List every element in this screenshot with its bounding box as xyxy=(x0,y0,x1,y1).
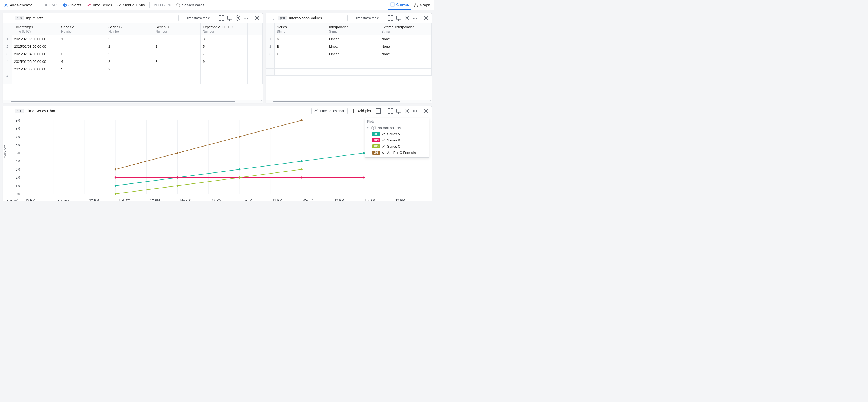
svg-point-20 xyxy=(416,110,417,111)
transform-table-button[interactable]: Transform table xyxy=(347,15,381,21)
table-row[interactable]: 22025/02/03 00:00:00215 xyxy=(3,43,262,51)
table-row[interactable]: 42025/02/05 00:00:004239 xyxy=(3,58,262,65)
expand-icon[interactable] xyxy=(218,15,225,21)
table-row xyxy=(3,80,262,84)
present-icon[interactable] xyxy=(396,108,402,114)
more-icon[interactable] xyxy=(412,15,418,21)
column-header[interactable]: TimestampsTime (UTC) xyxy=(12,24,59,35)
table-row-add[interactable]: + xyxy=(3,73,262,80)
var-chip[interactable]: $DH xyxy=(15,109,24,113)
svg-text:5.0: 5.0 xyxy=(16,151,20,155)
more-icon[interactable] xyxy=(412,108,418,114)
cube-outline-icon xyxy=(371,126,376,130)
chart-body: ◂ unknown 0.01.02.03.04.05.06.07.08.09.0… xyxy=(3,116,432,197)
column-header[interactable]: Series BNumber xyxy=(106,24,153,35)
svg-text:4.0: 4.0 xyxy=(16,159,20,163)
drag-handle-icon[interactable]: ⋮⋮ xyxy=(5,16,13,20)
gear-icon[interactable] xyxy=(235,15,241,21)
gear-icon[interactable] xyxy=(404,108,410,114)
resize-grip-icon[interactable] xyxy=(428,100,431,102)
svg-point-56 xyxy=(115,193,117,195)
line-chart-icon xyxy=(382,145,385,148)
table-row[interactable]: 52025/02/06 00:00:0052 xyxy=(3,65,262,73)
line-chart-icon xyxy=(382,138,385,142)
table-row[interactable]: 3CLinearNone xyxy=(266,51,432,58)
close-icon[interactable] xyxy=(254,15,260,21)
close-icon[interactable] xyxy=(423,108,429,114)
legend-item[interactable]: $DO Series C xyxy=(367,143,427,149)
legend-item[interactable]: $DM Series B xyxy=(367,137,427,143)
add-plot-button[interactable]: Add plot xyxy=(349,108,373,114)
legend-group-row[interactable]: ▾ No root objects xyxy=(367,125,427,131)
time-series-chart-button[interactable]: Time series chart xyxy=(311,108,347,114)
y-axis-label: unknown xyxy=(3,144,6,157)
objects-button[interactable]: Objects xyxy=(60,2,83,8)
legend-item[interactable]: $DJ Series A xyxy=(367,131,427,137)
table-row[interactable]: 2BLinearNone xyxy=(266,43,432,51)
table-row[interactable]: 32025/02/04 00:00:00327 xyxy=(3,51,262,58)
graph-tab[interactable]: Graph xyxy=(412,2,432,8)
time-series-button[interactable]: Time Series xyxy=(84,2,114,8)
svg-text:6.0: 6.0 xyxy=(16,143,20,147)
aip-generate-button[interactable]: AIP Generate xyxy=(2,2,35,8)
svg-point-57 xyxy=(177,185,179,187)
table-row-add[interactable]: + xyxy=(266,58,432,65)
column-header[interactable]: InterpolationString xyxy=(327,24,379,35)
interp-table[interactable]: SeriesStringInterpolationStringExternal … xyxy=(266,23,432,100)
manual-entry-label: Manual Entry xyxy=(123,3,145,7)
present-icon[interactable] xyxy=(226,15,233,21)
drag-handle-icon[interactable]: ⋮⋮ xyxy=(5,109,13,113)
present-icon[interactable] xyxy=(396,15,402,21)
line-chart-icon xyxy=(314,109,318,113)
x-tick-label: February xyxy=(56,199,69,201)
expand-icon[interactable] xyxy=(388,15,394,21)
column-header[interactable]: Expected A + B + CNumber xyxy=(200,24,248,35)
svg-point-46 xyxy=(115,185,117,187)
column-header[interactable]: Series ANumber xyxy=(59,24,106,35)
svg-rect-5 xyxy=(227,16,232,20)
svg-rect-15 xyxy=(376,109,381,113)
aip-generate-label: AIP Generate xyxy=(10,3,33,7)
table-row[interactable]: 12025/02/02 00:00:001203 xyxy=(3,35,262,43)
resize-grip-icon[interactable] xyxy=(259,100,262,102)
transform-table-button[interactable]: Transform table xyxy=(179,15,212,21)
input-table[interactable]: TimestampsTime (UTC)Series ANumberSeries… xyxy=(3,23,262,100)
card-header: ⋮⋮ $DU Interpolation Values Transform ta… xyxy=(266,13,432,23)
plots-legend-panel: Plots ▾ No root objects $DJ Series A $DM… xyxy=(365,118,429,158)
svg-point-6 xyxy=(237,17,239,19)
manual-entry-button[interactable]: Manual Entry xyxy=(115,2,147,8)
drag-handle-icon[interactable]: ⋮⋮ xyxy=(268,16,276,20)
column-header[interactable]: External InterpolationString xyxy=(379,24,432,35)
table-row[interactable]: 1ALinearNone xyxy=(266,35,432,43)
cube-icon xyxy=(63,3,67,7)
svg-text:2.0: 2.0 xyxy=(16,176,20,180)
column-header[interactable]: SeriesString xyxy=(275,24,327,35)
fx-icon: fx xyxy=(382,151,385,155)
column-header[interactable] xyxy=(248,24,262,35)
gear-icon[interactable] xyxy=(14,198,18,201)
x-tick-label: 12 PM xyxy=(150,199,160,201)
close-icon[interactable] xyxy=(423,15,429,21)
card-title: Time Series Chart xyxy=(26,109,56,113)
var-chip[interactable]: $CX xyxy=(15,16,24,21)
svg-point-19 xyxy=(414,110,415,111)
more-icon[interactable] xyxy=(243,15,249,21)
legend-label: A + B + C Formula xyxy=(387,150,416,155)
column-header[interactable]: Series CNumber xyxy=(153,24,200,35)
horizontal-scrollbar[interactable] xyxy=(3,100,262,103)
expand-icon[interactable] xyxy=(388,108,394,114)
card-header: ⋮⋮ $DH Time Series Chart Time series cha… xyxy=(3,106,432,116)
svg-point-61 xyxy=(177,152,179,154)
svg-point-59 xyxy=(301,168,303,170)
panel-right-icon[interactable] xyxy=(375,108,381,114)
var-chip[interactable]: $DU xyxy=(278,16,287,21)
legend-group-label: No root objects xyxy=(377,126,401,130)
legend-item[interactable]: $DS fx A + B + C Formula xyxy=(367,149,427,156)
top-toolbar: AIP Generate ADD DATA Objects Time Serie… xyxy=(0,0,434,10)
svg-point-55 xyxy=(363,176,365,178)
canvas-tab[interactable]: Canvas xyxy=(388,0,411,10)
search-cards[interactable]: Search cards xyxy=(174,2,206,8)
card-header: ⋮⋮ $CX Input Data Transform table xyxy=(3,13,262,23)
gear-icon[interactable] xyxy=(404,15,410,21)
horizontal-scrollbar[interactable] xyxy=(266,100,432,103)
